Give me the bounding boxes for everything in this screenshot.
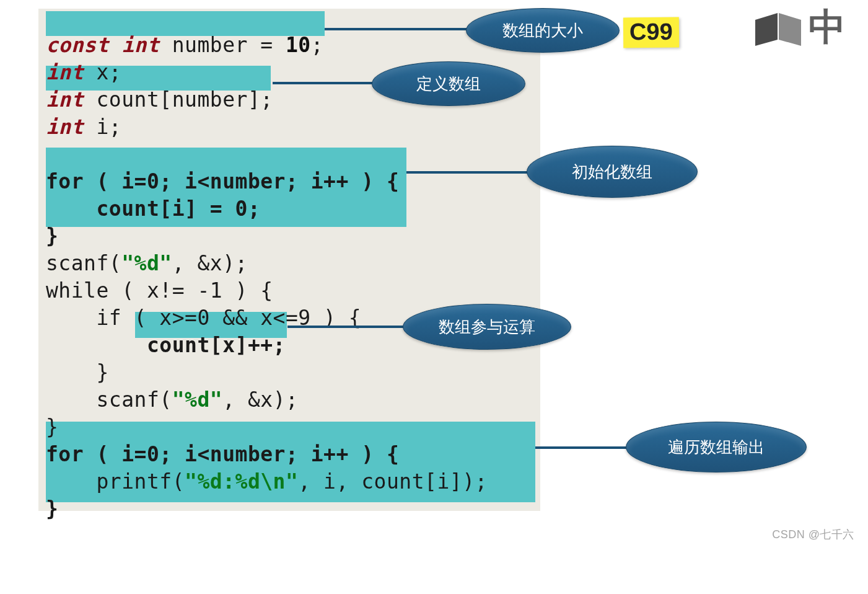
connector-line: [287, 326, 408, 328]
code-token: i;: [84, 115, 121, 139]
code-token: scanf(: [46, 388, 172, 412]
connector-line: [325, 28, 472, 30]
code-line: }: [46, 497, 58, 521]
code-token: , &x);: [172, 251, 248, 275]
callout-array-size: 数组的大小: [466, 8, 620, 53]
code-token: x;: [84, 60, 121, 84]
code-line: for ( i=0; i<number; i++ ) {: [46, 442, 399, 466]
code-line: count[i] = 0;: [46, 197, 260, 221]
code-line: count[x]++;: [46, 333, 286, 357]
c99-badge: C99: [623, 17, 679, 48]
book-icon: [755, 10, 804, 46]
code-line: }: [46, 360, 109, 384]
code-line: }: [46, 415, 58, 439]
callout-compute: 数组参与运算: [403, 304, 571, 350]
code-token: , &x);: [222, 388, 298, 412]
connector-line: [535, 446, 631, 449]
svg-marker-1: [779, 13, 801, 46]
code-token: "%d": [172, 388, 222, 412]
code-token: int: [46, 60, 84, 84]
code-token: ;: [311, 33, 323, 57]
code-token: scanf(: [46, 251, 121, 275]
connector-line: [406, 171, 530, 174]
code-token: , i, count[i]);: [298, 469, 488, 494]
corner-logo: 中: [755, 9, 846, 46]
watermark: CSDN @七千六: [772, 527, 854, 542]
callout-init-array: 初始化数组: [527, 146, 698, 198]
code-token: "%d": [121, 251, 172, 275]
callout-output: 遍历数组输出: [626, 422, 807, 472]
code-token: const int: [46, 33, 159, 57]
code-token: number =: [159, 33, 286, 57]
code-token: "%d:%d\n": [185, 469, 298, 494]
code-token: count[number];: [84, 87, 273, 112]
callout-define-array: 定义数组: [372, 61, 525, 106]
connector-line: [273, 82, 378, 84]
code-token: int: [46, 87, 84, 112]
code-token: 10: [286, 33, 311, 57]
corner-glyph: 中: [809, 9, 846, 46]
code-token: int: [46, 115, 84, 139]
code-line: }: [46, 224, 58, 248]
code-line: for ( i=0; i<number; i++ ) {: [46, 169, 399, 193]
slide-stage: const int number = 10; int x; int count[…: [0, 0, 868, 594]
svg-marker-0: [755, 13, 778, 46]
code-token: printf(: [46, 469, 185, 494]
code-block: const int number = 10; int x; int count[…: [46, 32, 488, 523]
code-line: while ( x!= -1 ) {: [46, 278, 273, 303]
